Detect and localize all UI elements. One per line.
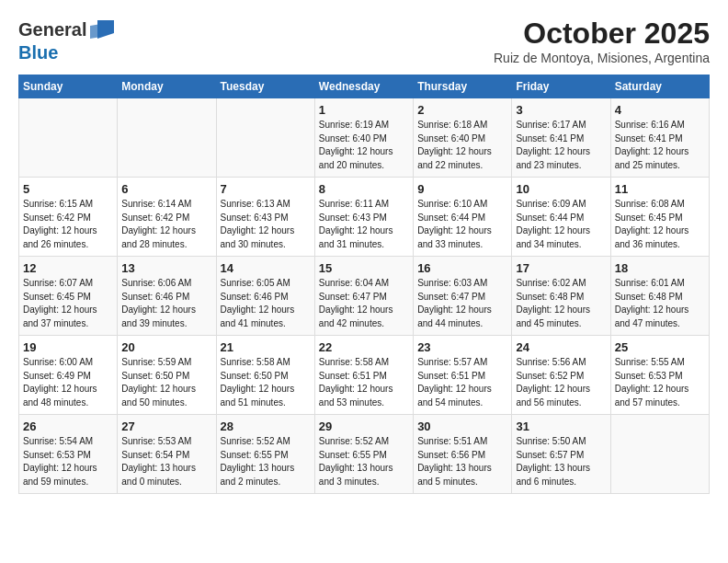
calendar-table: SundayMondayTuesdayWednesdayThursdayFrid… [18, 75, 710, 494]
calendar-cell: 12Sunrise: 6:07 AM Sunset: 6:45 PM Dayli… [19, 257, 118, 336]
day-info: Sunrise: 5:52 AM Sunset: 6:55 PM Dayligh… [221, 435, 311, 488]
calendar-cell: 6Sunrise: 6:14 AM Sunset: 6:42 PM Daylig… [118, 178, 216, 257]
calendar-cell: 28Sunrise: 5:52 AM Sunset: 6:55 PM Dayli… [216, 415, 314, 494]
day-number: 1 [319, 103, 409, 117]
calendar-cell: 29Sunrise: 5:52 AM Sunset: 6:55 PM Dayli… [314, 415, 413, 494]
calendar-cell: 7Sunrise: 6:13 AM Sunset: 6:43 PM Daylig… [216, 178, 314, 257]
day-info: Sunrise: 6:11 AM Sunset: 6:43 PM Dayligh… [319, 198, 409, 251]
week-row-3: 12Sunrise: 6:07 AM Sunset: 6:45 PM Dayli… [19, 257, 710, 336]
calendar-cell: 1Sunrise: 6:19 AM Sunset: 6:40 PM Daylig… [314, 98, 413, 178]
day-info: Sunrise: 6:16 AM Sunset: 6:41 PM Dayligh… [615, 119, 705, 172]
day-number: 2 [417, 103, 507, 117]
logo-general: General [18, 19, 86, 40]
weekday-header-saturday: Saturday [610, 75, 709, 98]
day-number: 18 [615, 261, 705, 275]
day-info: Sunrise: 5:54 AM Sunset: 6:53 PM Dayligh… [23, 435, 113, 488]
day-info: Sunrise: 6:18 AM Sunset: 6:40 PM Dayligh… [417, 119, 507, 172]
day-number: 24 [516, 340, 606, 354]
calendar-cell [118, 98, 216, 178]
day-info: Sunrise: 6:14 AM Sunset: 6:42 PM Dayligh… [121, 198, 211, 251]
calendar-cell: 31Sunrise: 5:50 AM Sunset: 6:57 PM Dayli… [512, 415, 610, 494]
week-row-5: 26Sunrise: 5:54 AM Sunset: 6:53 PM Dayli… [19, 415, 710, 494]
day-info: Sunrise: 6:09 AM Sunset: 6:44 PM Dayligh… [516, 198, 606, 251]
day-info: Sunrise: 5:55 AM Sunset: 6:53 PM Dayligh… [615, 356, 705, 409]
day-number: 9 [417, 182, 507, 196]
calendar-cell: 4Sunrise: 6:16 AM Sunset: 6:41 PM Daylig… [610, 98, 709, 178]
day-info: Sunrise: 6:19 AM Sunset: 6:40 PM Dayligh… [319, 119, 409, 172]
day-info: Sunrise: 5:59 AM Sunset: 6:50 PM Dayligh… [121, 356, 211, 409]
calendar-cell [610, 415, 709, 494]
calendar-cell: 24Sunrise: 5:56 AM Sunset: 6:52 PM Dayli… [512, 336, 610, 415]
day-info: Sunrise: 5:52 AM Sunset: 6:55 PM Dayligh… [319, 435, 409, 488]
day-number: 28 [221, 419, 311, 433]
calendar-cell: 8Sunrise: 6:11 AM Sunset: 6:43 PM Daylig… [314, 178, 413, 257]
day-number: 20 [121, 340, 211, 354]
day-number: 14 [221, 261, 311, 275]
day-number: 16 [417, 261, 507, 275]
day-number: 22 [319, 340, 409, 354]
day-info: Sunrise: 6:07 AM Sunset: 6:45 PM Dayligh… [23, 277, 113, 330]
calendar-cell [19, 98, 118, 178]
day-number: 13 [121, 261, 211, 275]
day-number: 15 [319, 261, 409, 275]
logo-icon [88, 17, 116, 42]
day-number: 3 [516, 103, 606, 117]
day-number: 27 [121, 419, 211, 433]
calendar-cell: 22Sunrise: 5:58 AM Sunset: 6:51 PM Dayli… [314, 336, 413, 415]
page: General Blue October 2025 Ruiz de Montoy… [0, 0, 728, 511]
day-number: 11 [615, 182, 705, 196]
calendar-cell: 16Sunrise: 6:03 AM Sunset: 6:47 PM Dayli… [414, 257, 512, 336]
day-number: 23 [417, 340, 507, 354]
day-info: Sunrise: 6:05 AM Sunset: 6:46 PM Dayligh… [221, 277, 311, 330]
day-number: 25 [615, 340, 705, 354]
day-info: Sunrise: 5:56 AM Sunset: 6:52 PM Dayligh… [516, 356, 606, 409]
week-row-2: 5Sunrise: 6:15 AM Sunset: 6:42 PM Daylig… [19, 178, 710, 257]
day-info: Sunrise: 6:00 AM Sunset: 6:49 PM Dayligh… [23, 356, 113, 409]
calendar-cell: 25Sunrise: 5:55 AM Sunset: 6:53 PM Dayli… [610, 336, 709, 415]
day-number: 12 [23, 261, 113, 275]
calendar-cell: 21Sunrise: 5:58 AM Sunset: 6:50 PM Dayli… [216, 336, 314, 415]
svg-marker-1 [90, 24, 101, 39]
day-number: 19 [23, 340, 113, 354]
day-info: Sunrise: 6:06 AM Sunset: 6:46 PM Dayligh… [121, 277, 211, 330]
day-info: Sunrise: 6:08 AM Sunset: 6:45 PM Dayligh… [615, 198, 705, 251]
calendar-cell: 20Sunrise: 5:59 AM Sunset: 6:50 PM Dayli… [118, 336, 216, 415]
calendar-cell: 14Sunrise: 6:05 AM Sunset: 6:46 PM Dayli… [216, 257, 314, 336]
weekday-header-sunday: Sunday [19, 75, 118, 98]
day-number: 30 [417, 419, 507, 433]
weekday-header-friday: Friday [512, 75, 610, 98]
calendar-cell: 17Sunrise: 6:02 AM Sunset: 6:48 PM Dayli… [512, 257, 610, 336]
weekday-header-tuesday: Tuesday [216, 75, 314, 98]
day-info: Sunrise: 6:04 AM Sunset: 6:47 PM Dayligh… [319, 277, 409, 330]
calendar-cell: 26Sunrise: 5:54 AM Sunset: 6:53 PM Dayli… [19, 415, 118, 494]
day-info: Sunrise: 6:03 AM Sunset: 6:47 PM Dayligh… [417, 277, 507, 330]
calendar-cell: 11Sunrise: 6:08 AM Sunset: 6:45 PM Dayli… [610, 178, 709, 257]
calendar-cell: 30Sunrise: 5:51 AM Sunset: 6:56 PM Dayli… [414, 415, 512, 494]
day-number: 6 [121, 182, 211, 196]
day-info: Sunrise: 5:58 AM Sunset: 6:51 PM Dayligh… [319, 356, 409, 409]
day-number: 31 [516, 419, 606, 433]
day-number: 4 [615, 103, 705, 117]
logo-blue: Blue [18, 42, 58, 63]
header: General Blue October 2025 Ruiz de Montoy… [18, 17, 710, 65]
calendar-cell: 3Sunrise: 6:17 AM Sunset: 6:41 PM Daylig… [512, 98, 610, 178]
day-number: 29 [319, 419, 409, 433]
day-info: Sunrise: 6:17 AM Sunset: 6:41 PM Dayligh… [516, 119, 606, 172]
calendar-cell [216, 98, 314, 178]
day-info: Sunrise: 6:01 AM Sunset: 6:48 PM Dayligh… [615, 277, 705, 330]
calendar-cell: 19Sunrise: 6:00 AM Sunset: 6:49 PM Dayli… [19, 336, 118, 415]
day-number: 26 [23, 419, 113, 433]
weekday-header-monday: Monday [118, 75, 216, 98]
day-info: Sunrise: 6:02 AM Sunset: 6:48 PM Dayligh… [516, 277, 606, 330]
day-info: Sunrise: 5:57 AM Sunset: 6:51 PM Dayligh… [417, 356, 507, 409]
calendar-cell: 18Sunrise: 6:01 AM Sunset: 6:48 PM Dayli… [610, 257, 709, 336]
calendar-cell: 2Sunrise: 6:18 AM Sunset: 6:40 PM Daylig… [414, 98, 512, 178]
week-row-1: 1Sunrise: 6:19 AM Sunset: 6:40 PM Daylig… [19, 98, 710, 178]
calendar-cell: 23Sunrise: 5:57 AM Sunset: 6:51 PM Dayli… [414, 336, 512, 415]
calendar-title: October 2025 [494, 17, 710, 51]
title-block: October 2025 Ruiz de Montoya, Misiones, … [494, 17, 710, 65]
day-info: Sunrise: 5:58 AM Sunset: 6:50 PM Dayligh… [221, 356, 311, 409]
weekday-header-wednesday: Wednesday [314, 75, 413, 98]
calendar-cell: 10Sunrise: 6:09 AM Sunset: 6:44 PM Dayli… [512, 178, 610, 257]
calendar-cell: 5Sunrise: 6:15 AM Sunset: 6:42 PM Daylig… [19, 178, 118, 257]
